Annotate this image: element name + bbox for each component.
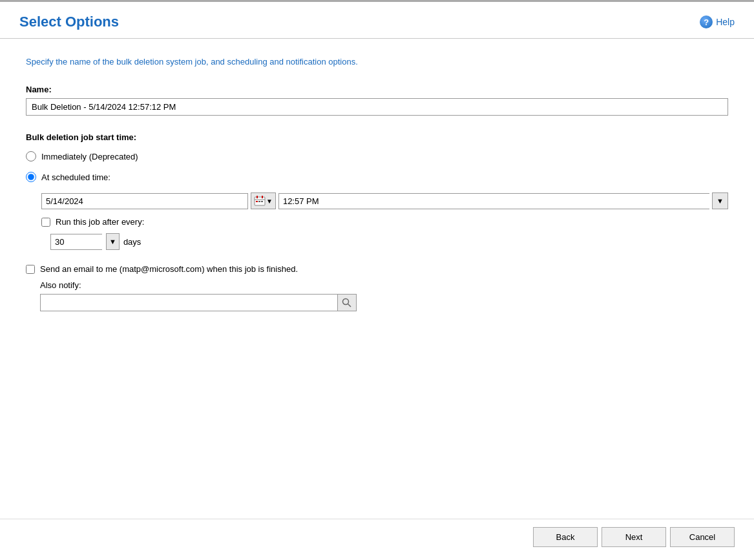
radio-scheduled-option: At scheduled time: [26,172,728,182]
time-dropdown-button[interactable]: ▼ [712,192,728,209]
radio-immediately-label: Immediately (Deprecated) [41,152,138,161]
time-input[interactable] [278,193,709,209]
help-label: Help [716,17,735,27]
help-link[interactable]: ? Help [700,16,735,28]
header: Select Options ? Help [0,2,754,38]
run-after-checkbox-row: Run this job after every: [41,217,728,227]
svg-rect-2 [262,196,263,198]
send-email-checkbox[interactable] [26,265,35,274]
scheduled-time-row: ▼ ▼ [41,192,728,209]
interval-input[interactable] [50,234,102,250]
calendar-dropdown-arrow: ▼ [266,198,273,205]
interval-row: ▼ days [50,233,728,250]
notify-search-button[interactable] [337,294,357,311]
radio-scheduled-label: At scheduled time: [41,172,110,182]
also-notify-label: Also notify: [40,280,728,290]
svg-point-7 [343,298,349,304]
page-title: Select Options [19,14,119,30]
start-time-label: Bulk deletion job start time: [26,132,728,142]
interval-dropdown-button[interactable]: ▼ [106,233,120,250]
email-label: Send an email to me (matp@microsoft.com)… [40,264,298,274]
radio-immediately[interactable] [26,151,36,161]
run-after-checkbox[interactable] [41,218,50,227]
calendar-icon [254,195,266,207]
also-notify-row [40,294,728,311]
search-icon [342,298,352,308]
name-label: Name: [26,85,728,94]
svg-line-8 [348,304,351,307]
svg-rect-5 [258,201,260,202]
next-button[interactable]: Next [602,527,666,547]
back-button[interactable]: Back [533,527,598,547]
date-input[interactable] [41,193,248,209]
email-checkbox-row: Send an email to me (matp@microsoft.com)… [26,264,728,274]
svg-rect-4 [256,201,258,202]
main-content: Specify the name of the bulk deletion sy… [0,39,754,519]
description-text: Specify the name of the bulk deletion sy… [26,57,728,67]
footer: Back Next Cancel [0,519,754,560]
notify-input[interactable] [40,294,337,311]
page-container: Select Options ? Help Specify the name o… [0,0,754,560]
svg-rect-6 [261,201,263,202]
svg-rect-1 [257,196,258,198]
radio-scheduled[interactable] [26,172,36,182]
radio-group: Immediately (Deprecated) At scheduled ti… [26,151,728,250]
days-label: days [123,237,141,247]
cancel-button[interactable]: Cancel [670,527,735,547]
run-after-label: Run this job after every: [56,217,144,227]
help-icon: ? [700,16,713,28]
name-input[interactable] [26,98,728,116]
calendar-button[interactable]: ▼ [251,192,276,209]
radio-immediately-option: Immediately (Deprecated) [26,151,728,161]
